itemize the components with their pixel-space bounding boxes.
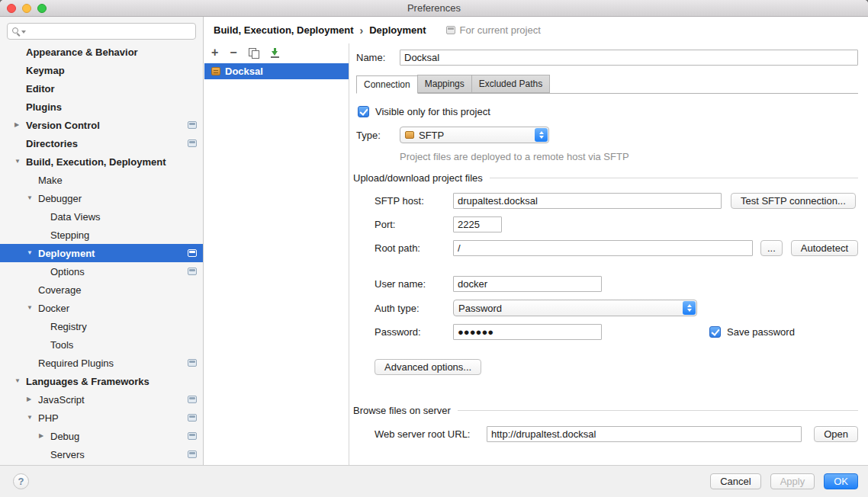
sidebar-item-registry[interactable]: Registry bbox=[0, 317, 203, 335]
sidebar-item-label: Options bbox=[50, 266, 85, 277]
tab-mappings[interactable]: Mappings bbox=[417, 75, 472, 93]
sftp-host-field[interactable] bbox=[453, 193, 722, 209]
apply-button[interactable]: Apply bbox=[770, 473, 815, 489]
server-list-panel: + − Docksal bbox=[204, 43, 349, 465]
sidebar-item-version-control[interactable]: ▶Version Control bbox=[0, 116, 203, 134]
sftp-host-row: SFTP host: Test SFTP connection... bbox=[375, 193, 858, 209]
root-path-field[interactable] bbox=[453, 240, 753, 256]
project-scope-icon bbox=[188, 268, 197, 275]
save-password-checkbox[interactable] bbox=[709, 326, 721, 338]
name-label: Name: bbox=[356, 52, 400, 63]
add-icon[interactable]: + bbox=[211, 47, 218, 58]
sidebar-item-editor[interactable]: Editor bbox=[0, 79, 203, 98]
sidebar-item-coverage[interactable]: Coverage bbox=[0, 281, 203, 299]
sidebar-item-appearance-behavior[interactable]: Appearance & Behavior bbox=[0, 43, 203, 61]
copy-icon[interactable] bbox=[249, 48, 259, 58]
server-item-docksal[interactable]: Docksal bbox=[204, 63, 349, 79]
project-scope-icon bbox=[188, 249, 197, 257]
sidebar-item-debug[interactable]: ▶Debug bbox=[0, 427, 203, 445]
ok-button[interactable]: OK bbox=[824, 473, 858, 489]
sidebar-item-directories[interactable]: Directories bbox=[0, 134, 203, 152]
sidebar-item-build-execution-deployment[interactable]: ▼Build, Execution, Deployment bbox=[0, 152, 203, 171]
footer-bar: ? Cancel Apply OK bbox=[0, 465, 868, 497]
sidebar-item-php[interactable]: ▼PHP bbox=[0, 409, 203, 427]
web-root-label: Web server root URL: bbox=[375, 428, 487, 440]
chevron-down-icon[interactable]: ▼ bbox=[14, 152, 26, 171]
auth-type-dropdown[interactable]: Password bbox=[453, 300, 697, 316]
user-name-field[interactable] bbox=[453, 276, 602, 292]
sidebar-item-tools[interactable]: Tools bbox=[0, 335, 203, 354]
minimize-button[interactable] bbox=[22, 4, 31, 13]
port-field[interactable] bbox=[453, 216, 502, 232]
sidebar-item-stepping[interactable]: Stepping bbox=[0, 226, 203, 244]
sidebar-item-options[interactable]: Options bbox=[0, 262, 203, 281]
sidebar-item-javascript[interactable]: ▶JavaScript bbox=[0, 390, 203, 409]
visible-only-checkbox[interactable] bbox=[358, 106, 369, 117]
sidebar-item-deployment[interactable]: ▼Deployment bbox=[0, 244, 203, 262]
autodetect-button[interactable]: Autodetect bbox=[791, 240, 858, 256]
sidebar-item-keymap[interactable]: Keymap bbox=[0, 61, 203, 79]
sidebar-item-data-views[interactable]: Data Views bbox=[0, 207, 203, 226]
sidebar-item-servers[interactable]: Servers bbox=[0, 445, 203, 463]
close-button[interactable] bbox=[7, 4, 16, 13]
chevron-down-icon[interactable]: ▼ bbox=[26, 244, 38, 262]
visible-checkbox-row: Visible only for this project bbox=[358, 106, 858, 117]
type-dropdown[interactable]: SFTP bbox=[400, 127, 549, 143]
sidebar-item-label: Plugins bbox=[26, 101, 62, 113]
section-divider bbox=[490, 178, 858, 178]
advanced-row: Advanced options... bbox=[375, 359, 858, 375]
import-icon[interactable] bbox=[270, 48, 280, 58]
search-input[interactable] bbox=[8, 24, 195, 39]
section-divider bbox=[458, 410, 858, 411]
help-button[interactable]: ? bbox=[13, 473, 29, 489]
tab-excluded-paths[interactable]: Excluded Paths bbox=[471, 75, 550, 93]
sidebar-item-required-plugins[interactable]: Required Plugins bbox=[0, 354, 203, 372]
web-root-field[interactable] bbox=[487, 426, 802, 442]
remove-icon[interactable]: − bbox=[230, 47, 236, 58]
sidebar-item-docker[interactable]: ▼Docker bbox=[0, 299, 203, 317]
scope-label: For current project bbox=[460, 24, 541, 36]
test-sftp-connection-button[interactable]: Test SFTP connection... bbox=[731, 193, 856, 209]
settings-search bbox=[7, 23, 196, 40]
chevron-down-icon[interactable]: ▼ bbox=[26, 299, 38, 317]
browse-root-button[interactable]: ... bbox=[760, 240, 783, 256]
breadcrumb-parent[interactable]: Build, Execution, Deployment bbox=[214, 24, 353, 36]
sidebar-item-label: Editor bbox=[26, 83, 55, 95]
tab-connection[interactable]: Connection bbox=[356, 75, 418, 94]
advanced-options-button[interactable]: Advanced options... bbox=[375, 359, 481, 375]
sidebar-item-label: Languages & Frameworks bbox=[26, 376, 149, 387]
server-list-toolbar: + − bbox=[204, 43, 349, 62]
breadcrumb-separator-icon: › bbox=[359, 24, 363, 37]
chevron-right-icon[interactable]: ▶ bbox=[26, 390, 38, 409]
chevron-right-icon[interactable]: ▶ bbox=[38, 427, 50, 445]
sidebar-item-label: Data Views bbox=[50, 211, 101, 223]
cancel-button[interactable]: Cancel bbox=[710, 473, 760, 489]
project-scope-icon bbox=[188, 451, 197, 458]
name-field[interactable] bbox=[400, 50, 858, 66]
search-icon bbox=[12, 27, 18, 34]
sidebar-item-debugger[interactable]: ▼Debugger bbox=[0, 189, 203, 207]
sidebar-item-make[interactable]: Make bbox=[0, 171, 203, 189]
chevron-down-icon[interactable]: ▼ bbox=[14, 372, 26, 390]
sidebar-item-label: Servers bbox=[50, 449, 85, 460]
footer-buttons: Cancel Apply OK bbox=[710, 473, 858, 489]
auth-type-label: Auth type: bbox=[375, 303, 453, 314]
deployment-form: Name: Connection Mappings Excluded Paths… bbox=[349, 43, 868, 465]
chevron-down-icon[interactable]: ▼ bbox=[26, 189, 38, 207]
sidebar-item-label: Keymap bbox=[26, 65, 65, 76]
password-field[interactable] bbox=[453, 324, 602, 340]
zoom-button[interactable] bbox=[37, 4, 47, 13]
open-button[interactable]: Open bbox=[814, 426, 858, 442]
root-path-row: Root path: ... Autodetect bbox=[375, 240, 858, 256]
sidebar-item-label: PHP bbox=[38, 412, 59, 424]
chevron-right-icon[interactable]: ▶ bbox=[14, 116, 26, 134]
search-options-caret-icon[interactable] bbox=[21, 30, 26, 34]
sftp-server-icon bbox=[405, 131, 414, 139]
sidebar-item-label: Build, Execution, Deployment bbox=[26, 156, 166, 168]
browse-section-title: Browse files on server bbox=[353, 405, 451, 416]
chevron-down-icon[interactable]: ▼ bbox=[26, 409, 38, 427]
sidebar-item-label: Make bbox=[38, 175, 63, 186]
sidebar-item-label: Registry bbox=[50, 321, 87, 332]
sidebar-item-languages-frameworks[interactable]: ▼Languages & Frameworks bbox=[0, 372, 203, 390]
sidebar-item-plugins[interactable]: Plugins bbox=[0, 98, 203, 116]
